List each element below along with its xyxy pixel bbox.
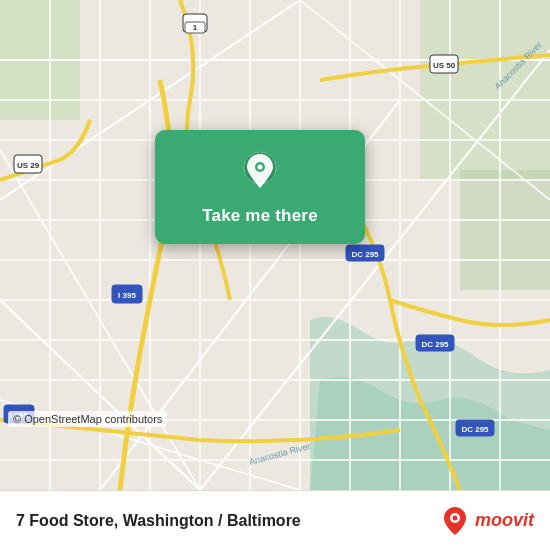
svg-text:DC 295: DC 295 bbox=[421, 340, 449, 349]
svg-text:DC 295: DC 295 bbox=[461, 425, 489, 434]
take-me-there-card[interactable]: Take me there bbox=[155, 130, 365, 244]
svg-point-54 bbox=[258, 165, 263, 170]
moovit-label: moovit bbox=[475, 510, 534, 531]
svg-text:DC 295: DC 295 bbox=[351, 250, 379, 259]
svg-text:I 395: I 395 bbox=[118, 291, 136, 300]
bottom-bar: 7 Food Store, Washington / Baltimore moo… bbox=[0, 490, 550, 550]
map-container: US 1 US 50 US 29 I 395 I 695 DC 295 DC 2… bbox=[0, 0, 550, 490]
moovit-icon bbox=[439, 505, 471, 537]
store-name: 7 Food Store, Washington / Baltimore bbox=[16, 512, 439, 530]
svg-text:US 29: US 29 bbox=[17, 161, 40, 170]
svg-point-56 bbox=[452, 515, 457, 520]
take-me-there-label: Take me there bbox=[202, 206, 318, 226]
moovit-logo: moovit bbox=[439, 505, 534, 537]
location-pin-icon bbox=[237, 148, 283, 194]
svg-rect-2 bbox=[420, 0, 550, 180]
map-attribution: © OpenStreetMap contributors bbox=[8, 411, 167, 427]
svg-text:US 50: US 50 bbox=[433, 61, 456, 70]
svg-text:1: 1 bbox=[193, 23, 198, 32]
svg-rect-3 bbox=[460, 170, 550, 290]
